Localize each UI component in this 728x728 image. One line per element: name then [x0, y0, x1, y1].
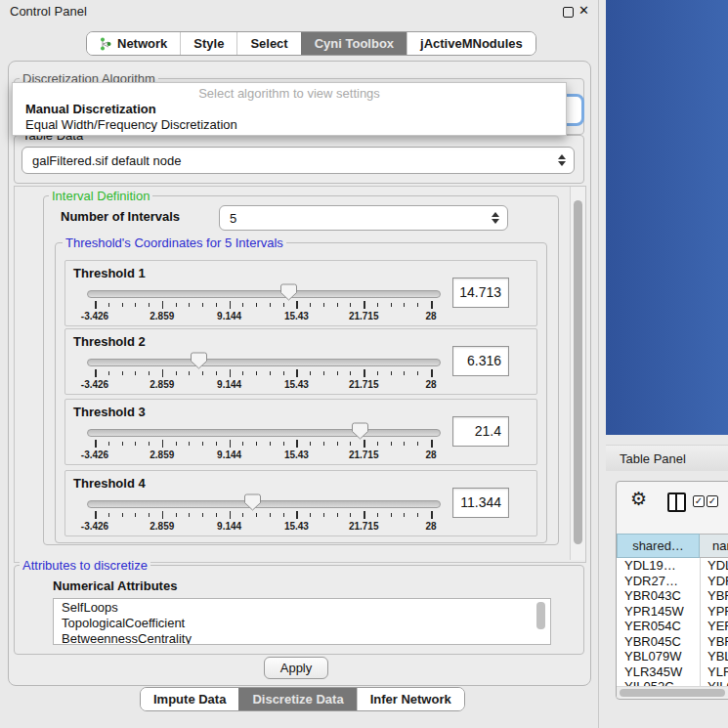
major-tick	[431, 301, 433, 309]
cell-shared-name: YDR27…	[624, 574, 678, 588]
screen: Control Panel ✕ NetworkStyleSelectCyni T…	[0, 0, 728, 728]
list-item-topologicalcoefficient[interactable]: TopologicalCoefficient	[54, 615, 550, 630]
gear-icon[interactable]: ⚙	[630, 488, 647, 509]
minor-tick	[377, 513, 378, 517]
threshold-3-slider-track[interactable]	[87, 429, 441, 437]
minor-tick	[135, 513, 136, 517]
minor-tick	[202, 513, 203, 517]
column-header-shared-name[interactable]: shared…	[617, 534, 700, 558]
split-columns-icon[interactable]	[667, 492, 686, 512]
tick-label: -3.426	[65, 379, 124, 390]
cell-shared-name: YBL079W	[624, 649, 682, 664]
minor-tick	[135, 303, 136, 307]
major-tick	[162, 369, 164, 377]
threshold-1-slider-track[interactable]	[87, 290, 441, 298]
threshold-3-slider-thumb[interactable]	[352, 422, 368, 444]
network-icon	[100, 37, 111, 51]
minor-tick	[202, 303, 203, 307]
minor-tick	[108, 513, 109, 517]
table-row[interactable]: YBR043CYBR0	[617, 588, 728, 604]
dropdown-option-equal-width-frequency[interactable]: Equal Width/Frequency Discretization	[25, 117, 237, 132]
table-data-combobox[interactable]: galFiltered.sif default node	[21, 147, 575, 174]
num-intervals-value: 5	[230, 211, 236, 226]
vertical-scrollbar[interactable]	[570, 187, 585, 560]
major-tick	[230, 511, 232, 519]
minor-tick	[270, 442, 271, 446]
scrollbar-thumb[interactable]	[574, 200, 582, 544]
threshold-value: 11.344	[460, 494, 501, 510]
table-row[interactable]: YPR145WYPR1	[617, 604, 728, 620]
minor-tick	[242, 442, 243, 446]
threshold-1-slider-thumb[interactable]	[280, 283, 297, 305]
tick-label: -3.426	[65, 450, 124, 460]
dropdown-placeholder: Select algorithm to view settings	[13, 86, 566, 101]
tick-label: 21.715	[334, 450, 393, 460]
tab-impute-data[interactable]: Impute Data	[141, 688, 238, 710]
minor-tick	[350, 513, 351, 517]
num-intervals-combobox[interactable]: 5	[219, 205, 508, 231]
attributes-group-title: Attributes to discretize	[20, 558, 150, 573]
minor-tick	[310, 442, 311, 446]
major-tick	[364, 511, 365, 519]
threshold-2-value-field[interactable]: 6.316	[452, 346, 509, 376]
column-header-name[interactable]: name	[700, 534, 728, 558]
select-columns-checkbox-icon[interactable]: ✓	[707, 495, 718, 507]
stepper-arrows-icon	[558, 154, 566, 166]
minor-tick	[108, 303, 109, 307]
threshold-1-label: Threshold 1	[73, 266, 146, 280]
minor-tick	[391, 371, 392, 375]
minor-tick	[108, 371, 109, 375]
threshold-3-value-field[interactable]: 21.4	[452, 416, 509, 447]
tab-discretize-data[interactable]: Discretize Data	[238, 688, 356, 710]
major-tick	[162, 511, 164, 519]
list-item-selfloops[interactable]: SelfLoops	[54, 599, 550, 615]
apply-button[interactable]: Apply	[264, 657, 328, 679]
tab-cyni-toolbox[interactable]: Cyni Toolbox	[301, 32, 407, 55]
tab-network[interactable]: Network	[87, 32, 180, 55]
table-row[interactable]: YDL19…YDL1	[617, 558, 728, 574]
minor-tick	[391, 303, 392, 307]
tab-infer-network[interactable]: Infer Network	[357, 688, 464, 710]
tick-label: 2.859	[133, 379, 192, 390]
table-row[interactable]: YLR345WYLR3	[617, 664, 728, 680]
threshold-2-slider-thumb[interactable]	[191, 352, 207, 373]
table-row[interactable]: YDR27…YDR2	[617, 574, 728, 589]
threshold-4-slider-track[interactable]	[87, 500, 441, 508]
minor-tick	[270, 303, 271, 307]
dropdown-option-manual-discretization[interactable]: Manual Discretization	[25, 102, 156, 116]
list-scrollbar-thumb[interactable]	[536, 602, 545, 629]
float-window-icon[interactable]	[563, 7, 574, 18]
tick-label: 28	[402, 521, 460, 532]
threshold-1-value-field[interactable]: 14.713	[452, 278, 509, 308]
column-divider	[700, 558, 701, 695]
tab-label: Infer Network	[370, 692, 451, 707]
numerical-attributes-list[interactable]: SelfLoopsTopologicalCoefficientBetweenne…	[53, 598, 551, 645]
horizontal-scrollbar[interactable]	[617, 686, 728, 698]
table-row[interactable]: YER054CYER0	[617, 619, 728, 634]
minor-tick	[108, 442, 109, 446]
tab-select[interactable]: Select	[236, 32, 300, 55]
scrollbar-thumb[interactable]	[620, 689, 725, 697]
tick-label: 2.859	[133, 450, 192, 460]
threshold-2-slider-track[interactable]	[87, 359, 441, 366]
threshold-3-panel: Threshold 3-3.4262.8599.14415.4321.71528…	[64, 399, 537, 465]
tab-style[interactable]: Style	[180, 32, 236, 55]
table-row[interactable]: YBR045CYBR0	[617, 634, 728, 650]
close-icon[interactable]: ✕	[578, 3, 589, 18]
threshold-4-value-field[interactable]: 11.344	[452, 488, 509, 518]
table-row[interactable]: YBL079WYBL0	[617, 649, 728, 664]
minor-tick	[189, 303, 190, 307]
major-tick	[296, 511, 298, 519]
major-tick	[364, 369, 365, 377]
list-item-betweennesscentrality[interactable]: BetweennessCentrality	[54, 630, 550, 645]
minor-tick	[377, 371, 378, 375]
show-columns-checkbox-icon[interactable]: ✓	[693, 495, 705, 507]
major-tick	[95, 369, 97, 377]
minor-tick	[216, 303, 217, 307]
tick-label: 15.43	[267, 521, 325, 532]
tab-jactivemnodules[interactable]: jActiveMNodules	[407, 32, 535, 55]
minor-tick	[122, 303, 123, 307]
threshold-4-slider-thumb[interactable]	[244, 493, 261, 515]
tick-label: 15.43	[267, 379, 325, 390]
minor-tick	[404, 371, 405, 375]
